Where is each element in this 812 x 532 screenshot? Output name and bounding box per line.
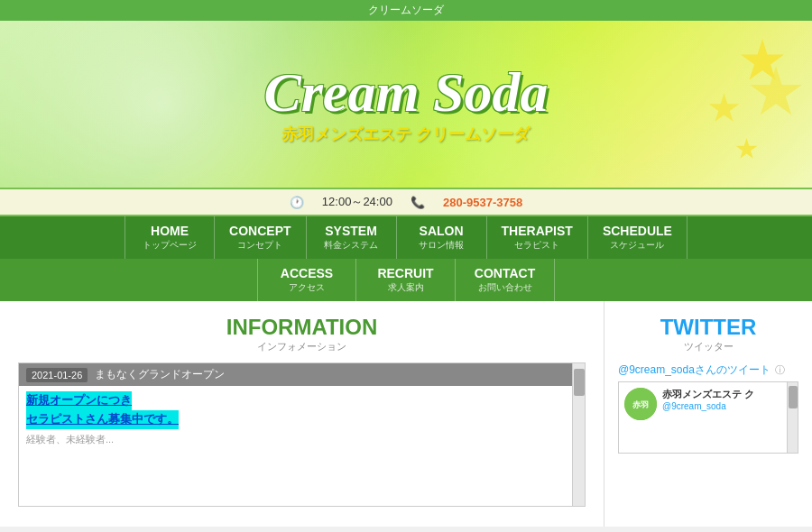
content-area: INFORMATION インフォメーション 2021-01-26 まもなくグラン… bbox=[0, 301, 812, 527]
nav-salon[interactable]: SALON サロン情報 bbox=[397, 216, 487, 259]
info-bar: 🕐 12:00～24:00 📞 280-9537-3758 bbox=[0, 188, 812, 216]
news-date: 2021-01-26 bbox=[26, 368, 88, 382]
nav-top: HOME トップページ CONCEPT コンセプト SYSTEM 料金システム … bbox=[0, 216, 812, 259]
hero-section: Cream Soda 赤羽メンズエステ クリームソーダ bbox=[0, 21, 812, 188]
twitter-handle[interactable]: @9cream_sodaさんのツイート ⓘ bbox=[618, 362, 798, 378]
nav-home-jp: トップページ bbox=[140, 239, 199, 252]
news-extra: 経験者、未経験者... bbox=[26, 433, 577, 446]
twitter-account-handle: @9cream_soda bbox=[662, 401, 754, 411]
twitter-info-icon: ⓘ bbox=[775, 364, 785, 375]
hours-text: 12:00～24:00 bbox=[322, 194, 392, 210]
top-bar: クリームソーダ bbox=[0, 0, 812, 21]
svg-text:赤羽: 赤羽 bbox=[632, 400, 649, 409]
nav-recruit[interactable]: RECRUIT 求人案内 bbox=[356, 259, 456, 301]
phone-number[interactable]: 280-9537-3758 bbox=[443, 196, 522, 209]
news-scrollbar[interactable] bbox=[572, 363, 585, 506]
news-header: 2021-01-26 まもなくグランドオープン bbox=[19, 363, 585, 386]
nav-access-en: ACCESS bbox=[272, 266, 341, 280]
nav-therapist[interactable]: THERAPIST セラピスト bbox=[487, 216, 588, 259]
twitter-handle-text: @9cream_sodaさんのツイート bbox=[618, 363, 770, 376]
nav-concept-jp: コンセプト bbox=[229, 239, 291, 252]
star-decoration-4 bbox=[735, 138, 758, 161]
twitter-feed: 赤羽 赤羽メンズエステ ク @9cream_soda bbox=[618, 381, 798, 454]
nav-schedule[interactable]: SCHEDULE スケジュール bbox=[588, 216, 687, 259]
nav-therapist-en: THERAPIST bbox=[502, 224, 573, 238]
nav-recruit-jp: 求人案内 bbox=[371, 281, 440, 294]
nav-salon-en: SALON bbox=[411, 224, 472, 238]
twitter-section: TWITTER ツイッター @9cream_sodaさんのツイート ⓘ 赤羽 赤… bbox=[604, 301, 812, 527]
twitter-content: 赤羽メンズエステ ク @9cream_soda bbox=[662, 388, 767, 447]
nav-contact-en: CONTACT bbox=[470, 266, 540, 280]
news-headline-1[interactable]: 新規オープンにつき bbox=[26, 391, 132, 410]
twitter-scroll-thumb[interactable] bbox=[789, 386, 798, 408]
news-scroll-thumb[interactable] bbox=[574, 369, 585, 396]
nav-access[interactable]: ACCESS アクセス bbox=[257, 259, 356, 301]
news-headline-2[interactable]: セラピストさん募集中です。 bbox=[26, 410, 179, 429]
nav-concept[interactable]: CONCEPT コンセプト bbox=[215, 216, 306, 259]
hero-logo-text: Cream Soda bbox=[263, 64, 548, 120]
information-title-jp: インフォメーション bbox=[18, 340, 586, 353]
nav-salon-jp: サロン情報 bbox=[411, 239, 472, 252]
nav-schedule-jp: スケジュール bbox=[603, 239, 672, 252]
clock-icon: 🕐 bbox=[290, 196, 304, 209]
nav-contact[interactable]: CONTACT お問い合わせ bbox=[456, 259, 555, 301]
twitter-scrollbar[interactable] bbox=[787, 382, 798, 453]
hero-logo: Cream Soda 赤羽メンズエステ クリームソーダ bbox=[263, 64, 548, 145]
nav-system[interactable]: SYSTEM 料金システム bbox=[307, 216, 397, 259]
news-body: 新規オープンにつき セラピストさん募集中です。 経験者、未経験者... bbox=[19, 386, 585, 452]
nav-therapist-jp: セラピスト bbox=[502, 239, 573, 252]
twitter-handle-link[interactable]: @9cream_sodaさんのツイート ⓘ bbox=[618, 363, 785, 376]
nav-concept-en: CONCEPT bbox=[229, 224, 291, 238]
nav-recruit-en: RECRUIT bbox=[371, 266, 440, 280]
information-section: INFORMATION インフォメーション 2021-01-26 まもなくグラン… bbox=[0, 301, 604, 527]
top-bar-title: クリームソーダ bbox=[368, 4, 444, 16]
phone-icon: 📞 bbox=[411, 196, 425, 209]
twitter-title-en: TWITTER bbox=[618, 315, 798, 340]
twitter-account-name: 赤羽メンズエステ ク bbox=[662, 388, 754, 401]
nav-contact-jp: お問い合わせ bbox=[470, 281, 540, 294]
nav-system-en: SYSTEM bbox=[321, 224, 382, 238]
hero-subtitle: 赤羽メンズエステ クリームソーダ bbox=[263, 124, 548, 145]
hero-stars bbox=[632, 21, 812, 188]
nav-schedule-en: SCHEDULE bbox=[603, 224, 672, 238]
twitter-avatar: 赤羽 bbox=[624, 388, 657, 420]
nav-home-en: HOME bbox=[140, 224, 199, 238]
nav-bottom: ACCESS アクセス RECRUIT 求人案内 CONTACT お問い合わせ bbox=[0, 259, 812, 301]
information-title-en: INFORMATION bbox=[18, 315, 586, 340]
nav-access-jp: アクセス bbox=[272, 281, 341, 294]
nav-home[interactable]: HOME トップページ bbox=[125, 216, 215, 259]
news-tag: まもなくグランドオープン bbox=[95, 367, 225, 382]
star-decoration-2 bbox=[708, 93, 740, 124]
news-scroll-area[interactable]: 2021-01-26 まもなくグランドオープン 新規オープンにつき セラピストさ… bbox=[18, 362, 586, 507]
twitter-title-jp: ツイッター bbox=[618, 340, 798, 353]
nav-system-jp: 料金システム bbox=[321, 239, 382, 252]
